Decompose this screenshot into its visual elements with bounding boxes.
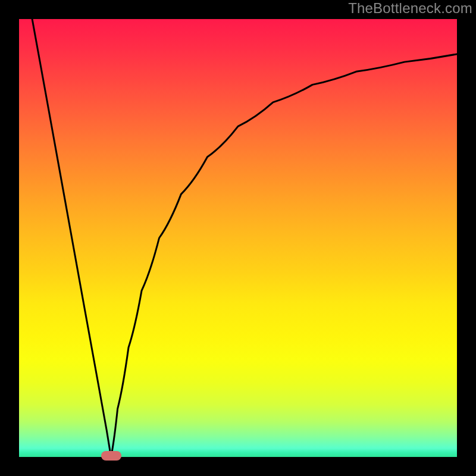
chart-frame: TheBottleneck.com xyxy=(0,0,476,476)
curve-svg xyxy=(19,19,457,457)
bottleneck-curve xyxy=(32,19,457,457)
minimum-marker xyxy=(101,451,121,461)
watermark-text: TheBottleneck.com xyxy=(348,0,472,17)
chart-plot-area xyxy=(19,19,457,457)
